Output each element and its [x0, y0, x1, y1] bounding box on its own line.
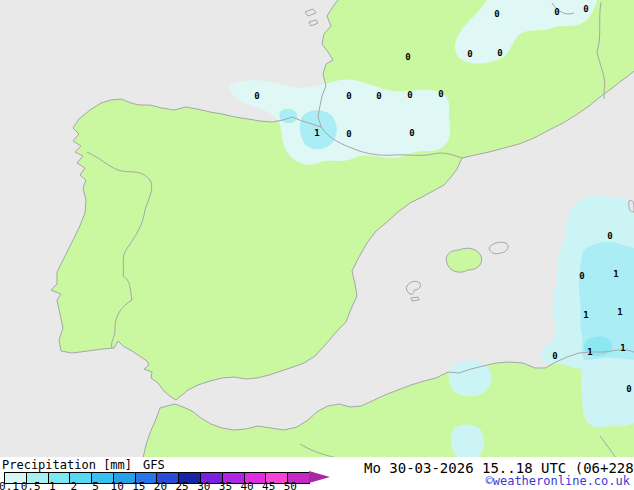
precip-value-marker: 0 — [607, 232, 612, 241]
legend-title: Precipitation [mm]GFS — [2, 458, 165, 472]
color-scale-tick-label: 15 — [132, 483, 145, 490]
precip-value-marker: 0 — [497, 49, 502, 58]
precip-value-marker: 1 — [314, 129, 319, 138]
color-scale-tick-label: 2 — [71, 483, 78, 490]
color-scale-tick-label: 1 — [49, 483, 56, 490]
small-island-right-edge — [629, 200, 634, 212]
weather-map-screenshot: 01000000000000001110110 Precipitation [m… — [0, 0, 634, 490]
color-scale-tick-label: 5 — [92, 483, 99, 490]
color-scale-tick-label: 40 — [240, 483, 253, 490]
precip-value-marker: 0 — [409, 129, 414, 138]
precip-value-marker: 0 — [552, 352, 557, 361]
legend-parameter-label: Precipitation [mm] — [2, 458, 132, 472]
precip-value-marker: 0 — [467, 50, 472, 59]
precip-value-marker: 0 — [494, 10, 499, 19]
precip-value-marker: 1 — [613, 270, 618, 279]
color-scale-tick-label: 50 — [284, 483, 297, 490]
precip-value-marker: 1 — [587, 348, 592, 357]
map-canvas — [0, 0, 634, 458]
precip-area-morocco-south-blob — [451, 425, 484, 459]
legend-bar: Precipitation [mm]GFS 0.10.5125101520253… — [0, 457, 634, 490]
color-scale-tick-label: 45 — [262, 483, 275, 490]
precip-value-marker: 1 — [620, 344, 625, 353]
precip-value-marker: 0 — [626, 385, 631, 394]
precip-value-marker: 0 — [376, 92, 381, 101]
color-scale-tick-labels: 0.10.5125101520253035404550 — [4, 483, 334, 490]
color-scale-tick-label: 30 — [197, 483, 210, 490]
precip-value-marker: 0 — [346, 130, 351, 139]
legend-model-label: GFS — [143, 458, 165, 472]
color-scale-overflow-arrow — [309, 471, 330, 483]
precipitation-map: 01000000000000001110110 — [0, 0, 634, 458]
color-scale-tick-label: 10 — [111, 483, 124, 490]
precip-value-marker: 0 — [346, 92, 351, 101]
precip-value-marker: 1 — [617, 308, 622, 317]
precip-value-marker: 1 — [583, 311, 588, 320]
color-scale-tick-label: 25 — [175, 483, 188, 490]
precip-value-marker: 0 — [407, 91, 412, 100]
precip-area-morocco-blob — [449, 361, 492, 396]
precip-value-marker: 0 — [254, 92, 259, 101]
precip-value-marker: 0 — [554, 8, 559, 17]
formentera-island — [411, 297, 419, 301]
color-scale-tick-label: 20 — [154, 483, 167, 490]
color-scale-tick-label: 0.1 — [0, 483, 19, 490]
precip-value-marker: 0 — [583, 5, 588, 14]
copyright-text: ©weatheronline.co.uk — [486, 474, 631, 488]
precip-value-marker: 0 — [438, 90, 443, 99]
color-scale-tick-label: 35 — [219, 483, 232, 490]
precip-value-marker: 0 — [405, 53, 410, 62]
color-scale-tick-label: 0.5 — [21, 483, 41, 490]
precip-value-marker: 0 — [579, 272, 584, 281]
